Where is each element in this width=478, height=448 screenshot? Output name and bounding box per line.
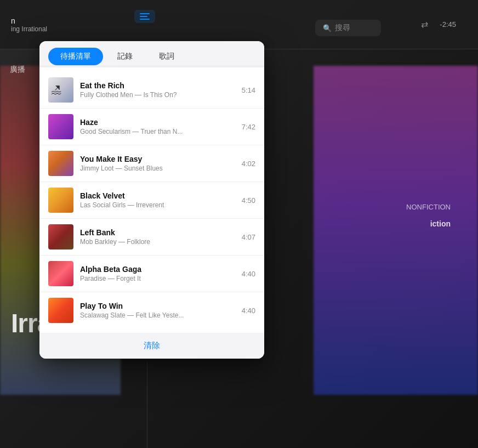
track-meta: Mob Barkley — Folklore xyxy=(80,238,231,246)
tab-lyrics[interactable]: 歌詞 xyxy=(147,48,186,65)
track-item[interactable]: You Make It Easy Jimmy Loot — Sunset Blu… xyxy=(39,145,264,182)
track-name: Eat the Rich xyxy=(80,81,231,90)
track-item[interactable]: Black Velvet Las Social Girls — Irrevere… xyxy=(39,182,264,219)
track-art xyxy=(48,224,73,249)
queue-popup-panel: 待播清單 記錄 歌詞 Eat the Rich Fully Clothed Me… xyxy=(39,41,264,359)
tab-queue[interactable]: 待播清單 xyxy=(48,48,103,65)
track-list: Eat the Rich Fully Clothed Men — Is This… xyxy=(39,67,264,333)
broadcast-label: 廣播 xyxy=(10,65,25,75)
track-duration: 4:02 xyxy=(242,160,255,168)
track-duration: 4:40 xyxy=(242,270,255,278)
tab-history[interactable]: 記錄 xyxy=(105,48,145,65)
track-meta: Paradise — Forget It xyxy=(80,275,231,282)
repeat-button[interactable]: ⇄ xyxy=(419,17,430,32)
track-art xyxy=(48,261,73,286)
track-item[interactable]: Left Bank Mob Barkley — Folklore 4:07 xyxy=(39,219,264,256)
right-label-bottom: iction xyxy=(430,219,451,228)
search-label: 搜尋 xyxy=(335,23,350,33)
track-art xyxy=(48,298,73,323)
track-meta: Fully Clothed Men — Is This On? xyxy=(80,91,231,99)
track-art xyxy=(48,77,73,103)
track-name: Haze xyxy=(80,118,231,127)
track-duration: 4:07 xyxy=(242,233,255,241)
queue-icon xyxy=(140,13,150,20)
top-bar-controls: ⇄ -2:45 xyxy=(419,17,456,32)
track-info: Eat the Rich Fully Clothed Men — Is This… xyxy=(80,81,231,99)
tab-bar: 待播清單 記錄 歌詞 xyxy=(39,41,264,65)
queue-line-3 xyxy=(140,19,150,20)
track-art xyxy=(48,188,73,213)
track-meta: Las Social Girls — Irreverent xyxy=(80,201,231,209)
queue-list-button[interactable] xyxy=(134,10,155,23)
queue-button-area: 🔍 搜尋 xyxy=(134,10,155,23)
clear-button-area: 清除 xyxy=(39,333,264,359)
track-info: Haze Good Secularism — Truer than N... xyxy=(80,118,231,135)
search-bar[interactable]: 🔍 搜尋 xyxy=(315,20,381,36)
track-meta: Good Secularism — Truer than N... xyxy=(80,128,231,135)
track-name: Play To Win xyxy=(80,302,231,310)
track-info: You Make It Easy Jimmy Loot — Sunset Blu… xyxy=(80,155,231,172)
search-icon: 🔍 xyxy=(323,24,332,32)
track-duration: 7:42 xyxy=(242,123,255,131)
track-item[interactable]: Eat the Rich Fully Clothed Men — Is This… xyxy=(39,72,264,109)
vertical-indicator-bottom xyxy=(147,362,147,448)
queue-line-2 xyxy=(140,16,147,17)
clear-button[interactable]: 清除 xyxy=(144,341,160,351)
track-name: Black Velvet xyxy=(80,191,231,200)
track-duration: 5:14 xyxy=(242,86,255,94)
track-duration: 4:50 xyxy=(242,196,255,205)
track-duration: 4:40 xyxy=(242,307,255,315)
track-info: Alpha Beta Gaga Paradise — Forget It xyxy=(80,265,231,282)
queue-line-1 xyxy=(140,13,150,14)
track-item[interactable]: Play To Win Scalawag Slate — Felt Like Y… xyxy=(39,292,264,328)
track-meta: Jimmy Loot — Sunset Blues xyxy=(80,165,231,172)
bg-album-right xyxy=(314,66,478,395)
track-item[interactable]: Alpha Beta Gaga Paradise — Forget It 4:4… xyxy=(39,256,264,292)
track-info: Black Velvet Las Social Girls — Irrevere… xyxy=(80,191,231,209)
track-art xyxy=(48,114,73,139)
track-item[interactable]: Haze Good Secularism — Truer than N... 7… xyxy=(39,109,264,145)
time-remaining: -2:45 xyxy=(437,20,456,29)
track-info: Left Bank Mob Barkley — Folklore xyxy=(80,228,231,246)
track-info: Play To Win Scalawag Slate — Felt Like Y… xyxy=(80,302,231,319)
track-name: Alpha Beta Gaga xyxy=(80,265,231,274)
track-art xyxy=(48,151,73,176)
track-name: You Make It Easy xyxy=(80,155,231,163)
right-label-top: NONFICTION xyxy=(406,203,451,211)
track-name: Left Bank xyxy=(80,228,231,237)
track-meta: Scalawag Slate — Felt Like Yeste... xyxy=(80,311,231,319)
